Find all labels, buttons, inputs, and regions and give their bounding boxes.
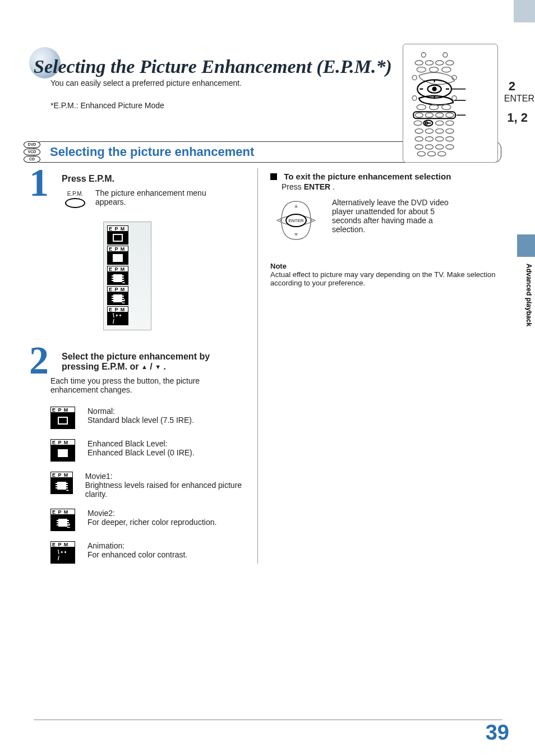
remote-callout-12: 1, 2 (507, 110, 528, 125)
option-desc: For enhanced color contrast. (87, 550, 187, 559)
side-tab-bar (517, 234, 535, 257)
svg-point-37 (415, 145, 423, 149)
svg-point-28 (446, 121, 454, 125)
svg-point-20 (425, 113, 433, 117)
svg-point-14 (412, 96, 417, 100)
exit-body: Alternatively leave the DVD video player… (332, 198, 461, 234)
epm-bar-label: E P M (107, 306, 128, 312)
svg-point-15 (452, 96, 456, 100)
remote-callout-2: 2 (509, 79, 515, 94)
left-column: 1 Press E.P.M. E.P.M. The picture enhanc… (34, 168, 258, 564)
epm-bar-label: E P M (50, 472, 73, 478)
svg-point-40 (446, 145, 454, 149)
epm-bar-label: E P M (107, 225, 128, 232)
step-2-title-d: . (164, 362, 166, 371)
exit-dot: . (333, 182, 335, 191)
side-tab: Advanced playback (513, 219, 535, 342)
svg-point-34 (425, 137, 433, 141)
option-blacklevel: E P M Enhanced Black Level:Enhanced Blac… (50, 439, 248, 462)
epm-menu-item-blacklevel: E P M (107, 246, 128, 265)
svg-point-30 (425, 129, 433, 133)
svg-marker-47 (294, 205, 298, 208)
svg-point-17 (430, 105, 439, 110)
svg-point-19 (415, 113, 423, 117)
options-list: E P M Normal:Standard black level (7.5 I… (50, 407, 248, 564)
side-tab-label: Advanced playback (525, 264, 533, 326)
svg-point-43 (438, 151, 446, 156)
option-desc: For deeper, richer color reproduction. (87, 518, 216, 527)
epm-bar-label: E P M (107, 286, 128, 292)
epm-menu-graphic: E P M E P M E P M 1 E P M 2 (103, 222, 151, 330)
epm-menu-item-animation: E P M \ • • / (107, 306, 128, 325)
option-desc: Brightness levels raised for enhanced pi… (85, 481, 242, 499)
epm-bar-label: E P M (50, 407, 75, 413)
step-1-number: 1 (29, 165, 49, 200)
svg-point-39 (436, 145, 444, 149)
section-heading-text: Selecting the picture enhancement (48, 145, 254, 159)
option-name: Enhanced Black Level: (87, 439, 167, 448)
svg-point-13 (433, 87, 436, 91)
step-1-body: The picture enhancement menu appears. (95, 188, 219, 206)
corner-1: 1 (66, 486, 69, 492)
option-animation: E P M\ • • / Animation:For enhanced colo… (50, 541, 248, 564)
exit-title-text: To exit the picture enhancement selectio… (284, 172, 451, 181)
option-desc: Standard black level (7.5 IRE). (87, 416, 194, 425)
svg-point-33 (415, 137, 423, 141)
epm-button-graphic: E.P.M. (62, 191, 89, 208)
step-2: 2 Select the picture enhancement by pres… (34, 346, 248, 564)
disc-stack: DVD VCD CD (21, 141, 43, 163)
anim-face: \ • • / (58, 551, 68, 559)
step-2-body: Each time you press the button, the pict… (50, 376, 248, 394)
exit-enter: ENTER (304, 182, 330, 191)
svg-point-41 (417, 151, 425, 156)
epm-menu-item-movie2: E P M 2 (107, 286, 128, 305)
disc-dvd: DVD (24, 141, 40, 148)
epm-menu-item-movie1: E P M 1 (107, 266, 128, 285)
corner-1: 1 (122, 278, 125, 284)
svg-point-18 (442, 105, 451, 110)
dpad-enter-icon: ENTER (270, 198, 322, 243)
footer-rule (34, 720, 502, 720)
svg-point-21 (436, 113, 444, 117)
svg-point-32 (446, 129, 454, 133)
svg-point-22 (446, 113, 454, 117)
enter-graphic-row: ENTER Alternatively leave the DVD video … (270, 198, 501, 243)
anim-face: \ • • / (113, 315, 123, 322)
exit-press: Press (282, 182, 304, 191)
epm-bar-label: E P M (107, 246, 128, 252)
note-text: Actual effect to picture may vary depend… (270, 270, 501, 287)
step-2-title: Select the picture enhancement by pressi… (62, 352, 248, 372)
svg-point-27 (436, 121, 444, 125)
remote-callout-enter: ENTER (504, 94, 534, 104)
disc-vcd: VCD (24, 149, 40, 155)
step-1: 1 Press E.P.M. E.P.M. The picture enhanc… (34, 168, 248, 330)
option-movie2: E P M2 Movie2:For deeper, richer color r… (50, 509, 248, 531)
option-normal: E P M Normal:Standard black level (7.5 I… (50, 407, 248, 429)
step-2-title-b: pressing E.P.M. or (62, 362, 141, 371)
down-triangle-icon: ▼ (155, 363, 161, 370)
svg-point-36 (446, 137, 454, 141)
epm-bar-label: E P M (50, 541, 75, 547)
right-column: To exit the picture enhancement selectio… (258, 168, 501, 564)
content-columns: 1 Press E.P.M. E.P.M. The picture enhanc… (34, 168, 501, 564)
step-2-title-c: / (150, 362, 155, 371)
option-name: Movie1: (85, 472, 113, 481)
enter-button-label: ENTER (288, 218, 303, 223)
option-name: Movie2: (87, 509, 115, 518)
corner-2: 2 (67, 523, 70, 529)
page-title: Selecting the Picture Enhancement (E.P.M… (34, 56, 501, 77)
svg-point-29 (415, 129, 423, 133)
square-bullet-icon (270, 173, 277, 180)
corner-2: 2 (122, 298, 125, 305)
epm-button-label: E.P.M. (67, 191, 84, 197)
option-movie1: E P M1 Movie1:Brightness levels raised f… (50, 472, 248, 499)
svg-point-31 (436, 129, 444, 133)
up-triangle-icon: ▲ (141, 363, 147, 370)
page-number: 39 (486, 721, 509, 745)
oval-button-icon (65, 198, 85, 208)
note-heading: Note (270, 262, 501, 270)
epm-bar-label: E P M (50, 439, 75, 445)
option-desc: Enhanced Black Level (0 IRE). (87, 448, 195, 457)
epm-bar-label: E P M (50, 509, 75, 515)
option-name: Animation: (87, 541, 124, 550)
